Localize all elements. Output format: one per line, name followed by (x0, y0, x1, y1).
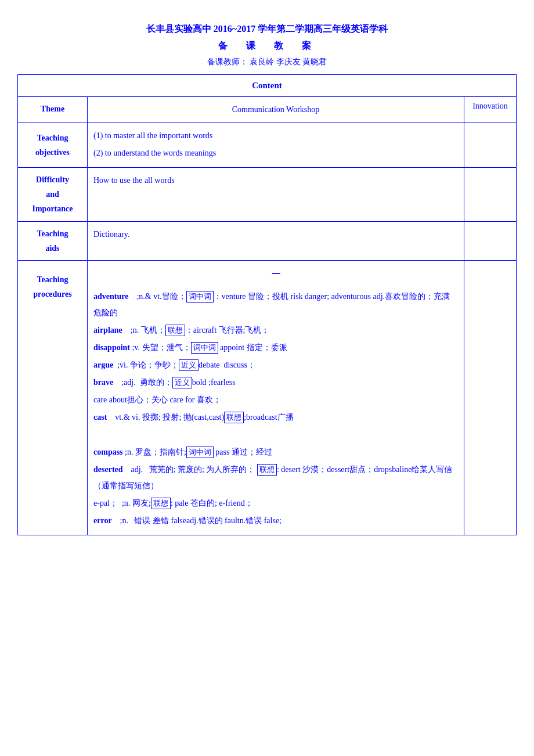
word-care-about: care about担心；关心 care for 喜欢； (93, 392, 458, 408)
theme-value-cell: Communication Workshop (88, 97, 464, 123)
main-title: 长丰县实验高中 2016~2017 学年第二学期高三年级英语学科 (17, 23, 517, 35)
teaching-objectives-innovation (464, 123, 517, 168)
teaching-procedures-content: 一 adventure ;n.& vt.冒险；词中词：venture 冒险；投机… (88, 260, 464, 535)
word-airplane: airplane ;n. 飞机；联想：aircraft 飞行器;飞机； (93, 322, 458, 339)
teaching-objectives-content: (1) to master all the important words (2… (88, 123, 464, 168)
teaching-procedures-row: Teachingprocedures 一 adventure ;n.& vt.冒… (18, 260, 517, 535)
word-error: error ;n. 错误 差错 falseadj.错误的 faultn.错误 f… (93, 513, 458, 529)
lesson-plan-table: Content Theme Communication Workshop Inn… (17, 74, 517, 535)
box-lianxiang-3: 联想 (257, 464, 277, 476)
box-cizci-1: 词中词 (186, 291, 214, 303)
page-header: 长丰县实验高中 2016~2017 学年第二学期高三年级英语学科 备 课 教 案… (17, 23, 517, 67)
difficulty-content: How to use the all words (88, 168, 464, 222)
word-cast: cast vt.& vi. 投掷; 投射; 抛(cast,cast)联想;bro… (93, 409, 458, 426)
box-jinyi-1: 近义 (179, 359, 199, 371)
teaching-aids-label: Teachingaids (18, 221, 88, 260)
content-header-cell: Content (18, 75, 517, 97)
difficulty-text: How to use the all words (93, 172, 458, 189)
theme-label-cell: Theme (18, 97, 88, 123)
box-lianxiang-1: 联想 (165, 325, 185, 336)
sub-title: 备 课 教 案 (17, 40, 517, 52)
word-adventure: adventure ;n.& vt.冒险；词中词：venture 冒险；投机 r… (93, 289, 458, 321)
teaching-objectives-row: Teachingobjectives (1) to master all the… (18, 123, 517, 168)
word-blank (93, 427, 458, 443)
difficulty-row: DifficultyandImportance How to use the a… (18, 168, 517, 222)
teaching-aids-row: Teachingaids Dictionary. (18, 221, 517, 260)
teaching-objectives-label: Teachingobjectives (18, 123, 88, 168)
difficulty-label: DifficultyandImportance (18, 168, 88, 222)
word-deserted: deserted adj. 荒芜的; 荒废的; 为人所弃的； 联想: deser… (93, 462, 458, 494)
teaching-procedures-label: Teachingprocedures (18, 260, 88, 535)
box-lianxiang-4: 联想 (151, 498, 171, 509)
section-title: 一 (93, 265, 458, 283)
theme-row: Theme Communication Workshop Innovation (18, 97, 517, 123)
teaching-aids-innovation (464, 221, 517, 260)
teachers-title: 备课教师： 袁良岭 李庆友 黄晓君 (17, 57, 517, 67)
word-disappoint: disappoint ;v. 失望；泄气；词中词 appoint 指定；委派 (93, 340, 458, 356)
word-epal: e-pal； ;n. 网友;联想: pale 苍白的; e-friend； (93, 495, 458, 512)
innovation-label-cell: Innovation (464, 97, 517, 123)
box-lianxiang-2: 联想 (224, 412, 244, 423)
teaching-aids-content: Dictionary. (88, 221, 464, 260)
teaching-procedures-innovation (464, 260, 517, 535)
box-cizci-2: 词中词 (191, 342, 218, 354)
content-header-row: Content (18, 75, 517, 97)
box-cizci-3: 词中词 (186, 447, 214, 458)
objective-1: (1) to master all the important words (93, 128, 458, 144)
word-brave: brave ;adj. 勇敢的；近义bold ;fearless (93, 375, 458, 391)
teaching-aids-text: Dictionary. (93, 226, 458, 243)
word-argue: argue ;vi. 争论；争吵；近义debate discuss； (93, 357, 458, 373)
difficulty-innovation (464, 168, 517, 222)
objective-2: (2) to understand the words meanings (93, 145, 458, 161)
box-jinyi-2: 近义 (172, 377, 192, 388)
word-compass: compass ;n. 罗盘；指南针;词中词 pass 通过；经过 (93, 444, 458, 460)
